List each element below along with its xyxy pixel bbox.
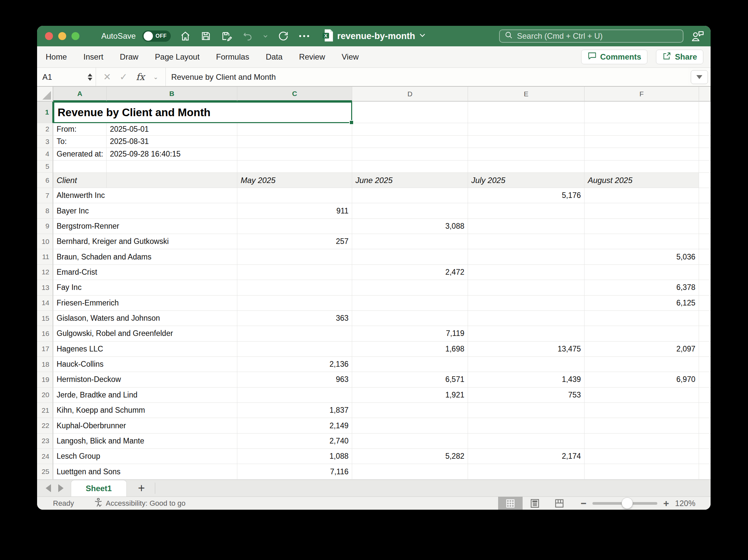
- cell-g9[interactable]: [699, 219, 710, 234]
- next-sheet-arrow-icon[interactable]: [58, 484, 64, 492]
- cell-g19[interactable]: [699, 372, 710, 387]
- cell-value-20-4[interactable]: [584, 388, 699, 403]
- cell-client-25[interactable]: Luettgen and Sons: [53, 464, 237, 479]
- cell-value-20-1[interactable]: [237, 388, 352, 403]
- cell-value-22-1[interactable]: 2,149: [237, 418, 352, 433]
- cell-month-header-1[interactable]: May 2025: [237, 173, 352, 188]
- cell-client-18[interactable]: Hauck-Collins: [53, 357, 237, 372]
- zoom-slider[interactable]: [592, 502, 657, 505]
- people-presence-icon[interactable]: [691, 30, 705, 44]
- cell-F3[interactable]: [584, 136, 699, 148]
- cell-value-21-2[interactable]: [352, 403, 468, 418]
- cell-value-15-1[interactable]: 363: [237, 311, 352, 326]
- cell-value-25-4[interactable]: [584, 464, 699, 479]
- normal-view-button[interactable]: [498, 497, 522, 510]
- cell-value-24-4[interactable]: [584, 449, 699, 464]
- cell-value-21-1[interactable]: 1,837: [237, 403, 352, 418]
- cell-F1[interactable]: [584, 101, 699, 123]
- formula-input[interactable]: Revenue by Client and Month: [165, 68, 688, 86]
- row-header-2[interactable]: 2: [37, 123, 53, 136]
- cell-value-13-4[interactable]: 6,378: [584, 280, 699, 295]
- cell-value-9-1[interactable]: [237, 219, 352, 234]
- cell-value-16-4[interactable]: [584, 326, 699, 341]
- cell-client-14[interactable]: Friesen-Emmerich: [53, 296, 237, 311]
- cell-g20[interactable]: [699, 388, 710, 403]
- cell-g5[interactable]: [699, 161, 710, 173]
- cell-g16[interactable]: [699, 326, 710, 341]
- cell-g7[interactable]: [699, 188, 710, 203]
- zoom-in-button[interactable]: +: [663, 498, 669, 509]
- cell-client-15[interactable]: Gislason, Waters and Johnson: [53, 311, 237, 326]
- search-input[interactable]: Search (Cmd + Ctrl + U): [499, 29, 683, 43]
- row-header-22[interactable]: 22: [37, 418, 53, 433]
- cell-client-16[interactable]: Gulgowski, Robel and Greenfelder: [53, 326, 237, 341]
- zoom-slider-thumb[interactable]: [622, 497, 633, 509]
- insert-function-icon[interactable]: fx: [136, 71, 145, 83]
- column-header-C[interactable]: C: [237, 87, 352, 101]
- cell-value-15-4[interactable]: [584, 311, 699, 326]
- ribbon-tab-draw[interactable]: Draw: [120, 52, 138, 62]
- cell-value-7-2[interactable]: [352, 188, 468, 203]
- cell-g10[interactable]: [699, 234, 710, 249]
- cell-value-23-1[interactable]: 2,740: [237, 434, 352, 449]
- cell-client-13[interactable]: Fay Inc: [53, 280, 237, 295]
- cancel-entry-icon[interactable]: ✕: [103, 71, 111, 83]
- cell-month-header-3[interactable]: July 2025: [468, 173, 584, 188]
- cell-value-12-1[interactable]: [237, 265, 352, 280]
- column-header-partial[interactable]: [699, 87, 710, 101]
- column-header-E[interactable]: E: [468, 87, 584, 101]
- cell-value-17-2[interactable]: 1,698: [352, 342, 468, 357]
- cell-value-14-4[interactable]: 6,125: [584, 296, 699, 311]
- column-header-B[interactable]: B: [107, 87, 237, 101]
- cell-value-24-3[interactable]: 2,174: [468, 449, 584, 464]
- cell-value-14-3[interactable]: [468, 296, 584, 311]
- cell-value-18-1[interactable]: 2,136: [237, 357, 352, 372]
- select-all-corner[interactable]: [37, 87, 53, 101]
- cell-C3[interactable]: [237, 136, 352, 148]
- cell-value-18-3[interactable]: [468, 357, 584, 372]
- cell-g4[interactable]: [699, 148, 710, 161]
- cell-value-18-4[interactable]: [584, 357, 699, 372]
- formula-bar-expand-button[interactable]: [691, 70, 708, 84]
- cell-value-18-2[interactable]: [352, 357, 468, 372]
- ribbon-tab-view[interactable]: View: [342, 52, 359, 62]
- column-header-F[interactable]: F: [584, 87, 699, 101]
- cell-a3-label[interactable]: To:: [53, 136, 107, 148]
- cell-F2[interactable]: [584, 123, 699, 136]
- cell-value-8-2[interactable]: [352, 203, 468, 218]
- cell-a4-label[interactable]: Generated at:: [53, 148, 107, 161]
- cell-value-10-2[interactable]: [352, 234, 468, 249]
- cell-value-9-4[interactable]: [584, 219, 699, 234]
- cell-E4[interactable]: [468, 148, 584, 161]
- cell-value-7-3[interactable]: 5,176: [468, 188, 584, 203]
- zoom-window-button[interactable]: [71, 32, 79, 40]
- cell-value-10-1[interactable]: 257: [237, 234, 352, 249]
- cell-E3[interactable]: [468, 136, 584, 148]
- cell-value-19-1[interactable]: 963: [237, 372, 352, 387]
- cell-g12[interactable]: [699, 265, 710, 280]
- cell-client-8[interactable]: Bayer Inc: [53, 203, 237, 218]
- cell-value-12-3[interactable]: [468, 265, 584, 280]
- cell-value-8-4[interactable]: [584, 203, 699, 218]
- row-header-24[interactable]: 24: [37, 449, 53, 464]
- cell-g14[interactable]: [699, 296, 710, 311]
- row-header-3[interactable]: 3: [37, 136, 53, 148]
- cell-client-20[interactable]: Jerde, Bradtke and Lind: [53, 388, 237, 403]
- cell-value-9-3[interactable]: [468, 219, 584, 234]
- cell-g13[interactable]: [699, 280, 710, 295]
- cell-value-21-3[interactable]: [468, 403, 584, 418]
- cell-value-16-1[interactable]: [237, 326, 352, 341]
- cell-value-22-2[interactable]: [352, 418, 468, 433]
- cell-value-25-2[interactable]: [352, 464, 468, 479]
- cell-value-9-2[interactable]: 3,088: [352, 219, 468, 234]
- row-header-7[interactable]: 7: [37, 188, 53, 203]
- cell-value-11-3[interactable]: [468, 249, 584, 264]
- undo-icon[interactable]: [242, 31, 253, 41]
- cell-D1[interactable]: [352, 101, 468, 123]
- row-header-6[interactable]: 6: [37, 173, 53, 188]
- sheet-tab-sheet1[interactable]: Sheet1: [71, 480, 127, 496]
- cell-D4[interactable]: [352, 148, 468, 161]
- cell-b6[interactable]: [107, 173, 237, 188]
- cell-value-17-1[interactable]: [237, 342, 352, 357]
- cell-g11[interactable]: [699, 249, 710, 264]
